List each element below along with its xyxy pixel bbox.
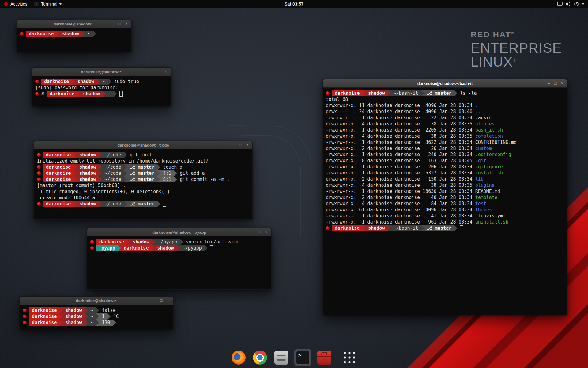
clock[interactable]: Sat 03:57: [285, 2, 303, 6]
dock-item-toolbox[interactable]: [316, 349, 333, 366]
maximize-button[interactable]: □: [117, 21, 123, 27]
prompt-host-segment: shadow: [77, 176, 99, 182]
prompt-user-segment: darknoise: [43, 201, 74, 207]
minimize-button[interactable]: –: [149, 69, 155, 75]
dock-item-chrome[interactable]: [251, 349, 269, 366]
prompt-host-segment: shadow: [365, 225, 387, 231]
terminal-text: touch a: [160, 164, 182, 170]
terminal-content[interactable]: darknoiseshadow~ falsedarknoiseshadow~1 …: [20, 305, 173, 329]
files-icon: [274, 351, 288, 365]
dock-item-firefox[interactable]: [230, 349, 247, 366]
powerline-arrow: [77, 91, 80, 97]
terminal-line: darknoiseshadow~130: [23, 320, 170, 326]
terminal-text: -rw-rw-r--. 1 darknoise darknoise 18630 …: [326, 188, 500, 194]
maximize-button[interactable]: □: [257, 229, 262, 235]
minimize-button[interactable]: –: [546, 81, 552, 86]
terminal-text: .editorconfig: [475, 151, 511, 158]
prompt-path-segment: ~/bash-it: [390, 90, 421, 96]
terminal-text: drwxrwxr-x. 4 darknoise darknoise 38 Jan…: [326, 121, 475, 127]
terminal-text: test: [475, 201, 486, 207]
dock-item-terminal[interactable]: >_: [294, 349, 311, 366]
maximize-button[interactable]: □: [158, 298, 164, 303]
powerline-arrow: [85, 307, 88, 313]
terminal-content[interactable]: darknoiseshadow~/bash-it⎇ master ls -lat…: [323, 88, 567, 315]
terminal-text: .: [475, 102, 478, 109]
redhat-prompt-icon: [37, 178, 41, 181]
minimize-button[interactable]: –: [250, 229, 256, 235]
terminal-text: -rwxrwxr-x. 1 darknoise darknoise 5327 J…: [326, 170, 475, 176]
terminal-line: darknoiseshadow~/pyapp source bin/activa…: [90, 239, 268, 245]
powerline-arrow: [124, 164, 127, 170]
powerline-arrow: [96, 320, 99, 326]
powerline-arrow: [151, 245, 154, 251]
powerline-arrow: [157, 164, 160, 170]
terminal-line: -rwxrwxr-x. 1 darknoise darknoise 961 Ja…: [326, 219, 564, 225]
terminal-text: ls -la: [457, 90, 477, 96]
powerline-arrow: [152, 239, 155, 245]
terminal-line: darknoiseshadow~1 ^C: [23, 313, 170, 320]
terminal-text: themes: [475, 207, 492, 213]
dock-item-appgrid[interactable]: [341, 349, 358, 366]
window-titlebar[interactable]: darknoise@shadow:~/pyapp–□×: [87, 228, 271, 236]
prompt-host-segment: shadow: [77, 152, 99, 158]
terminal-content[interactable]: darknoiseshadow~/pyapp source bin/activa…: [87, 236, 271, 290]
redhat-prompt-icon: [23, 321, 27, 324]
terminal-text: template: [475, 194, 497, 201]
window-controls: –□×: [250, 228, 269, 236]
close-button[interactable]: ×: [123, 21, 129, 27]
terminal-window-term-code: darknoise@shadow:~/code–□×darknoiseshado…: [34, 141, 253, 220]
window-titlebar[interactable]: darknoise@shadow:~–□×: [17, 20, 131, 28]
redhat-prompt-icon: [23, 309, 27, 312]
powerline-arrow: [180, 239, 183, 245]
activities-button[interactable]: Activities: [0, 0, 31, 8]
redhat-prompt-icon: [37, 153, 41, 157]
terminal-line: pyappdarknoiseshadow~/pyapp: [90, 245, 268, 251]
minimize-button[interactable]: –: [152, 298, 157, 303]
window-titlebar[interactable]: darknoise@shadow:~/bash-it–□×: [323, 79, 567, 88]
window-titlebar[interactable]: darknoise@shadow:~–□×: [32, 68, 171, 76]
close-button[interactable]: ×: [163, 69, 169, 75]
terminal-text: total 68: [326, 96, 348, 102]
app-menu-terminal[interactable]: Terminal: [31, 0, 65, 8]
terminal-line: -rw-rw-r--. 1 darknoise darknoise 41 Jan…: [326, 213, 564, 219]
terminal-line: [sudo] password for darknoise:: [35, 85, 168, 91]
prompt-path-segment: ~: [88, 307, 96, 313]
powerline-arrow: [362, 225, 365, 231]
terminal-icon: >_: [296, 351, 310, 365]
volume-icon: [566, 2, 571, 6]
maximize-button[interactable]: □: [238, 142, 243, 148]
close-button[interactable]: ×: [244, 142, 250, 148]
close-button[interactable]: ×: [165, 298, 171, 303]
terminal-line: create mode 100644 a: [37, 195, 249, 201]
status-segment: 130: [99, 320, 113, 326]
minimize-button[interactable]: –: [110, 21, 116, 27]
desktop[interactable]: RED HAT® ENTERPRISE LINUX® darknoise@sha…: [0, 0, 588, 368]
powerline-arrow: [72, 79, 75, 85]
prompt-user-segment: darknoise: [121, 245, 151, 251]
terminal-line: -rw-rw-r--. 1 darknoise darknoise 22 Jan…: [326, 115, 564, 121]
terminal-content[interactable]: darknoiseshadow~: [17, 28, 131, 52]
system-status-area[interactable]: [553, 0, 588, 8]
maximize-button[interactable]: □: [156, 69, 162, 75]
terminal-content[interactable]: darknoiseshadow~ sudo true[sudo] passwor…: [32, 76, 171, 106]
chrome-icon: [253, 351, 267, 365]
close-button[interactable]: ×: [559, 81, 565, 86]
terminal-line: Initialized empty Git repository in /hom…: [37, 158, 249, 164]
close-button[interactable]: ×: [263, 229, 269, 235]
terminal-text: -rw-rw-r--. 1 darknoise darknoise 41 Jan…: [326, 213, 506, 219]
window-title: darknoise@shadow:~: [81, 70, 122, 74]
minimize-button[interactable]: –: [231, 142, 237, 148]
terminal-text: custom: [475, 145, 492, 151]
dock-item-files[interactable]: [273, 349, 290, 366]
terminal-line: drwxrwxr-x. 4 darknoise darknoise 38 Jan…: [326, 182, 564, 188]
powerline-arrow: [107, 313, 111, 320]
terminal-text: drwxrwxr-x. 61 darknoise darknoise 4096 …: [326, 207, 475, 213]
terminal-text: .git: [475, 158, 486, 164]
prompt-host-segment: shadow: [77, 170, 99, 176]
prompt-path-segment: ~/code: [102, 201, 124, 207]
terminal-line: darknoiseshadow~/bash-it⎇ master: [326, 225, 564, 231]
terminal-content[interactable]: darknoiseshadow~/code git initInitialize…: [34, 149, 252, 220]
window-titlebar[interactable]: darknoise@shadow:~–□×: [20, 297, 173, 305]
window-titlebar[interactable]: darknoise@shadow:~/code–□×: [34, 141, 252, 149]
maximize-button[interactable]: □: [552, 81, 558, 86]
